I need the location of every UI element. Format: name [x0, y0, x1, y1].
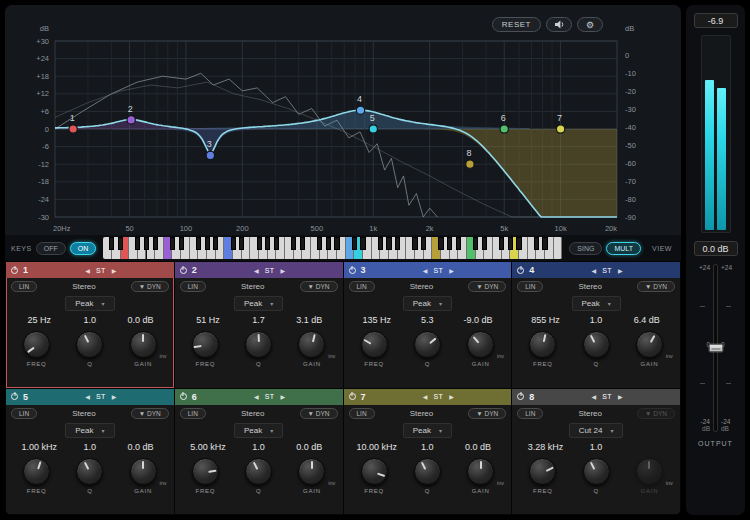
next-channel-arrow[interactable]: ▶: [112, 393, 117, 400]
q-knob[interactable]: [583, 458, 610, 485]
piano-key-black[interactable]: [456, 237, 461, 250]
mult-button[interactable]: MULT: [606, 242, 641, 255]
piano-key-black[interactable]: [412, 237, 417, 250]
next-channel-arrow[interactable]: ▶: [281, 393, 286, 400]
gain-knob[interactable]: [298, 458, 325, 485]
dyn-button[interactable]: ▼ DYN: [131, 281, 169, 292]
gain-knob[interactable]: [636, 458, 663, 485]
output-gain-readout[interactable]: 0.0 dB: [694, 241, 738, 256]
lin-button[interactable]: LIN: [11, 281, 37, 292]
q-value[interactable]: 1.0: [402, 442, 453, 452]
freq-knob[interactable]: [23, 331, 50, 358]
q-value[interactable]: 1.0: [571, 442, 622, 452]
gain-value[interactable]: -9.0 dB: [453, 315, 504, 325]
gain-value[interactable]: 3.1 dB: [284, 315, 335, 325]
prev-channel-arrow[interactable]: ◀: [85, 393, 90, 400]
piano-key-black[interactable]: [257, 237, 262, 250]
lin-button[interactable]: LIN: [349, 408, 375, 419]
power-icon[interactable]: [349, 393, 356, 400]
band-panel-1[interactable]: 1◀ST▶LINStereo▼ DYNPeak▾25 Hz1.00.0 dBFR…: [6, 262, 174, 388]
freq-knob[interactable]: [192, 458, 219, 485]
filter-type-select[interactable]: Peak▾: [403, 296, 452, 311]
freq-value[interactable]: 3.28 kHz: [520, 442, 571, 452]
power-icon[interactable]: [517, 393, 524, 400]
piano-key-black[interactable]: [317, 237, 322, 250]
prev-channel-arrow[interactable]: ◀: [423, 267, 428, 274]
gain-value[interactable]: 0.0 dB: [453, 442, 504, 452]
band-dot-6[interactable]: [500, 125, 508, 133]
prev-channel-arrow[interactable]: ◀: [592, 267, 597, 274]
piano-key-black[interactable]: [508, 237, 513, 250]
gain-knob[interactable]: [636, 331, 663, 358]
filter-type-select[interactable]: Peak▾: [65, 423, 114, 438]
dyn-button[interactable]: ▼ DYN: [131, 408, 169, 419]
lin-button[interactable]: LIN: [11, 408, 37, 419]
piano-key-black[interactable]: [421, 237, 426, 250]
q-value[interactable]: 5.3: [402, 315, 453, 325]
piano-key-black[interactable]: [291, 237, 296, 250]
prev-channel-arrow[interactable]: ◀: [592, 393, 597, 400]
filter-type-select[interactable]: Peak▾: [65, 296, 114, 311]
next-channel-arrow[interactable]: ▶: [618, 393, 623, 400]
filter-type-select[interactable]: Peak▾: [403, 423, 452, 438]
dyn-button[interactable]: ▼ DYN: [637, 408, 675, 419]
q-value[interactable]: 1.0: [233, 442, 284, 452]
band-dot-3[interactable]: [206, 151, 214, 159]
q-value[interactable]: 1.0: [65, 315, 116, 325]
filter-type-select[interactable]: Peak▾: [234, 423, 283, 438]
piano-key-black[interactable]: [179, 237, 184, 250]
prev-channel-arrow[interactable]: ◀: [423, 393, 428, 400]
band-panel-2[interactable]: 2◀ST▶LINStereo▼ DYNPeak▾51 Hz1.73.1 dBFR…: [175, 262, 343, 388]
gain-knob[interactable]: [130, 331, 157, 358]
gain-value[interactable]: 0.0 dB: [115, 442, 166, 452]
prev-channel-arrow[interactable]: ◀: [254, 393, 259, 400]
band-dot-8[interactable]: [466, 160, 474, 168]
piano-key-black[interactable]: [300, 237, 305, 250]
piano-key-black[interactable]: [213, 237, 218, 250]
band-dot-5[interactable]: [369, 125, 377, 133]
next-channel-arrow[interactable]: ▶: [281, 267, 286, 274]
q-knob[interactable]: [583, 331, 610, 358]
piano-key[interactable]: [554, 237, 563, 259]
q-knob[interactable]: [245, 331, 272, 358]
piano-key-black[interactable]: [153, 237, 158, 250]
freq-knob[interactable]: [529, 458, 556, 485]
gain-value[interactable]: 0.0 dB: [284, 442, 335, 452]
piano-key-black[interactable]: [473, 237, 478, 250]
piano-key-black[interactable]: [205, 237, 210, 250]
power-icon[interactable]: [349, 267, 356, 274]
freq-knob[interactable]: [361, 458, 388, 485]
dyn-button[interactable]: ▼ DYN: [468, 408, 506, 419]
q-value[interactable]: 1.0: [571, 315, 622, 325]
piano-key-black[interactable]: [170, 237, 175, 250]
dyn-button[interactable]: ▼ DYN: [300, 408, 338, 419]
keys-off-button[interactable]: OFF: [36, 242, 66, 255]
freq-value[interactable]: 1.00 kHz: [14, 442, 65, 452]
q-knob[interactable]: [245, 458, 272, 485]
filter-type-select[interactable]: Peak▾: [234, 296, 283, 311]
power-icon[interactable]: [11, 393, 18, 400]
q-knob[interactable]: [76, 331, 103, 358]
freq-value[interactable]: 5.00 kHz: [183, 442, 234, 452]
filter-type-select[interactable]: Cut 24▾: [569, 423, 624, 438]
piano-key-black[interactable]: [334, 237, 339, 250]
eq-graph-area[interactable]: dB+30+24+18+12+60-6-12-18-24-30dB0-10-20…: [5, 5, 681, 235]
power-icon[interactable]: [11, 267, 18, 274]
output-gain-slider[interactable]: [713, 264, 718, 432]
band-panel-3[interactable]: 3◀ST▶LINStereo▼ DYNPeak▾135 Hz5.3-9.0 dB…: [344, 262, 512, 388]
piano-key-black[interactable]: [386, 237, 391, 250]
piano-key-black[interactable]: [499, 237, 504, 250]
lin-button[interactable]: LIN: [517, 408, 543, 419]
band-dot-4[interactable]: [356, 106, 364, 114]
piano-key-black[interactable]: [378, 237, 383, 250]
piano-key-black[interactable]: [438, 237, 443, 250]
gain-knob[interactable]: [467, 331, 494, 358]
filter-type-select[interactable]: Peak▾: [572, 296, 621, 311]
freq-value[interactable]: 51 Hz: [183, 315, 234, 325]
freq-knob[interactable]: [529, 331, 556, 358]
piano-key-black[interactable]: [274, 237, 279, 250]
dyn-button[interactable]: ▼ DYN: [637, 281, 675, 292]
prev-channel-arrow[interactable]: ◀: [85, 267, 90, 274]
gain-value[interactable]: 6.4 dB: [621, 315, 672, 325]
piano-key-black[interactable]: [265, 237, 270, 250]
